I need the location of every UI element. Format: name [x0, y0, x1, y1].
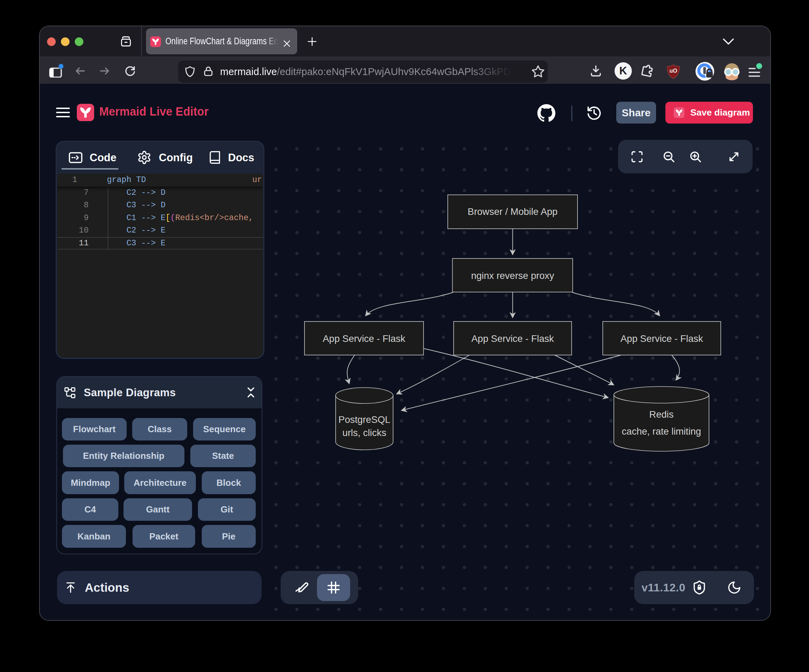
svg-text:App Service - Flask: App Service - Flask: [620, 333, 703, 344]
svg-text:App Service - Flask: App Service - Flask: [471, 333, 554, 344]
svg-text:cache, rate limiting: cache, rate limiting: [622, 426, 701, 437]
svg-text:urls, clicks: urls, clicks: [342, 427, 386, 438]
svg-text:Browser / Mobile App: Browser / Mobile App: [468, 206, 558, 217]
svg-text:nginx reverse proxy: nginx reverse proxy: [471, 270, 554, 281]
svg-text:PostgreSQL: PostgreSQL: [338, 414, 390, 425]
svg-text:App Service - Flask: App Service - Flask: [323, 333, 406, 344]
svg-text:Redis: Redis: [649, 409, 673, 420]
svg-text:uO: uO: [670, 67, 677, 74]
